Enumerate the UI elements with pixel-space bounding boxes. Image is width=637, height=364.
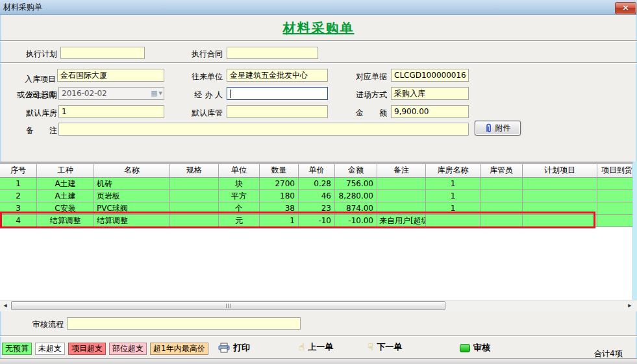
table-cell[interactable]: 46 (299, 190, 335, 202)
table-cell[interactable]: 180 (260, 190, 299, 202)
table-cell[interactable] (481, 202, 523, 215)
close-button[interactable]: × (615, 2, 636, 14)
table-cell[interactable]: 1 (426, 202, 481, 215)
table-header-cell[interactable]: 单位 (219, 164, 260, 177)
handler-input[interactable] (227, 87, 328, 100)
exec-contract-input[interactable] (227, 47, 318, 59)
default-keeper-input[interactable] (227, 105, 328, 118)
table-cell[interactable]: 页岩板 (94, 190, 170, 202)
table-cell[interactable] (481, 190, 523, 202)
attachment-button[interactable]: 附件 (475, 121, 521, 136)
table-row[interactable]: 4结算调整结算调整元1-10-10.00来自用户[超级 (0, 215, 633, 227)
table-row[interactable]: 1A土建机砖块27000.28756.001 (0, 178, 633, 190)
table-header-cell[interactable]: 金额 (335, 164, 377, 177)
table-cell[interactable]: 2 (0, 190, 37, 202)
table-cell[interactable] (481, 215, 523, 227)
table-cell[interactable] (597, 190, 633, 202)
table-cell[interactable]: 1 (260, 215, 299, 227)
table-cell[interactable] (523, 178, 597, 190)
table-cell[interactable]: 机砖 (94, 178, 170, 190)
table-header-cell[interactable]: 计划项目 (523, 164, 597, 177)
table-cell[interactable]: 8,280.00 (335, 190, 377, 202)
amount-input[interactable]: 9,900.00 (391, 105, 469, 118)
entry-mode-input[interactable]: 采购入库 (391, 87, 469, 100)
scroll-right-arrow-icon[interactable]: ▶ (625, 302, 634, 310)
table-cell[interactable]: -10.00 (335, 215, 377, 227)
table-cell[interactable]: A土建 (37, 178, 94, 190)
workflow-input[interactable] (67, 317, 301, 330)
table-cell[interactable] (523, 202, 597, 215)
calendar-icon[interactable]: ▦ (151, 88, 157, 99)
table-cell[interactable] (523, 215, 597, 227)
audit-button[interactable]: 审核 (460, 342, 490, 354)
items-table: 序号工种名称规格单位数量单价金额备注库房名称库管员计划项目项目到货 1A土建机砖… (0, 162, 633, 300)
table-header-cell[interactable]: 库管员 (481, 164, 523, 177)
default-warehouse-input[interactable]: 1 (58, 105, 164, 118)
print-button[interactable]: 打印 (218, 342, 250, 354)
table-cell[interactable]: 元 (219, 215, 260, 227)
table-cell[interactable] (597, 215, 633, 227)
hand-up-icon: ☝ (299, 343, 305, 352)
table-cell[interactable]: 1 (0, 178, 37, 190)
chevron-down-icon[interactable]: ▼ (159, 88, 162, 99)
remark-input[interactable] (58, 123, 469, 136)
table-cell[interactable] (170, 202, 219, 215)
printer-icon (218, 343, 230, 353)
table-header-cell[interactable]: 工种 (37, 164, 94, 177)
table-cell[interactable]: 0.28 (299, 178, 335, 190)
table-cell[interactable]: 来自用户[超级 (377, 215, 426, 227)
doc-no-input[interactable]: CLCGD100000016 (391, 69, 469, 82)
table-header-cell[interactable]: 备注 (377, 164, 426, 177)
table-cell[interactable] (170, 215, 219, 227)
remark-label: 备 注 (16, 125, 57, 136)
table-header-cell[interactable]: 规格 (170, 164, 219, 177)
table-cell[interactable] (377, 202, 426, 215)
table-cell[interactable]: 4 (0, 215, 37, 227)
table-header-cell[interactable]: 名称 (94, 164, 170, 177)
table-header-cell[interactable]: 项目到货 (597, 164, 633, 177)
table-cell[interactable]: 1 (426, 178, 481, 190)
table-cell[interactable] (481, 178, 523, 190)
table-cell[interactable]: 874.00 (335, 202, 377, 215)
next-order-button[interactable]: ☟ 下一单 (368, 341, 402, 353)
table-header-cell[interactable]: 数量 (260, 164, 299, 177)
table-cell[interactable] (170, 178, 219, 190)
table-cell[interactable]: 23 (299, 202, 335, 215)
table-cell[interactable] (377, 178, 426, 190)
table-cell[interactable] (523, 190, 597, 202)
table-cell[interactable]: 块 (219, 178, 260, 190)
table-cell[interactable]: 平方 (219, 190, 260, 202)
table-header-cell[interactable]: 库房名称 (426, 164, 481, 177)
table-row[interactable]: 2A土建页岩板平方180468,280.001 (0, 190, 633, 202)
table-cell[interactable]: PVC球阀 (94, 202, 170, 215)
table-header-cell[interactable]: 序号 (0, 164, 37, 177)
counterparty-input[interactable]: 金星建筑五金批发中心 (227, 69, 328, 82)
exec-plan-input[interactable] (60, 47, 145, 59)
table-header-cell[interactable]: 单价 (299, 164, 335, 177)
vertical-scrollbar[interactable] (632, 162, 637, 311)
table-cell[interactable]: A土建 (37, 190, 94, 202)
scroll-left-arrow-icon[interactable]: ◀ (1, 302, 10, 310)
table-cell[interactable]: C安装 (37, 202, 94, 215)
table-cell[interactable]: 2700 (260, 178, 299, 190)
table-cell[interactable]: 3 (0, 202, 37, 215)
table-cell[interactable]: 结算调整 (94, 215, 170, 227)
table-cell[interactable]: 38 (260, 202, 299, 215)
table-row[interactable]: 3C安装PVC球阀个3823874.001 (0, 202, 633, 215)
date-input[interactable]: 2016-02-02 ▦ ▼ (58, 87, 164, 100)
scrollbar-thumb[interactable] (11, 301, 445, 310)
next-order-label: 下一单 (377, 341, 402, 353)
table-cell[interactable] (426, 215, 481, 227)
table-cell[interactable] (377, 190, 426, 202)
table-cell[interactable] (597, 202, 633, 215)
table-cell[interactable]: -10 (299, 215, 335, 227)
previous-order-button[interactable]: ☝ 上一单 (299, 341, 333, 353)
table-cell[interactable]: 1 (426, 190, 481, 202)
table-cell[interactable]: 结算调整 (37, 215, 94, 227)
table-cell[interactable]: 个 (219, 202, 260, 215)
table-cell[interactable] (170, 190, 219, 202)
project-input[interactable]: 金石国际大厦 (57, 69, 164, 82)
table-cell[interactable]: 756.00 (335, 178, 377, 190)
table-cell[interactable] (597, 178, 633, 190)
horizontal-scrollbar[interactable]: ◀ ▶ (0, 300, 637, 311)
